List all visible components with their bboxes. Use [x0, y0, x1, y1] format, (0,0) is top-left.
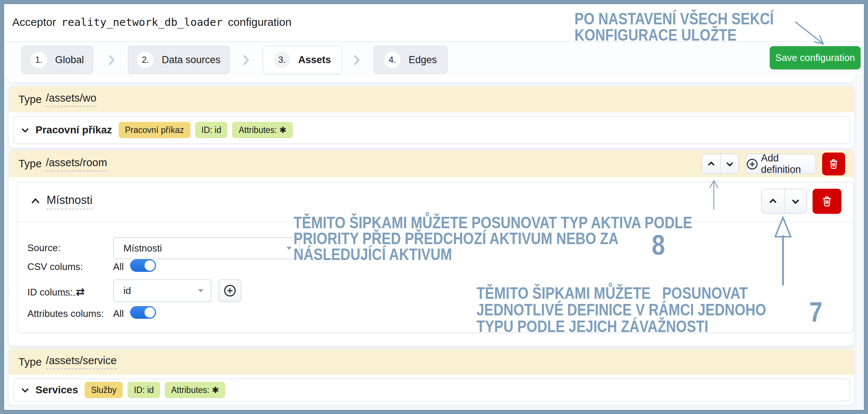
annotation-move-definition-note: TĚMITO ŠIPKAMI MŮŽETE POSUNOVAT JEDNOTLI…	[477, 285, 766, 335]
attributes-badge: Attributes: ✱	[232, 122, 292, 138]
csv-all-label: All	[113, 261, 124, 273]
annotation-number-8: 8	[652, 229, 665, 261]
id-badge: ID: id	[195, 122, 228, 138]
step-number: 4.	[384, 52, 400, 68]
save-configuration-button[interactable]: Save configuration	[770, 46, 861, 69]
chevron-up-icon	[706, 159, 716, 169]
trash-icon	[828, 158, 840, 170]
page-title-prefix: Acceptor	[12, 16, 56, 28]
add-definition-label: Add definition	[761, 153, 816, 175]
page-title: Acceptor reality_network_db_loader confi…	[12, 16, 291, 28]
source-select-value: Místnosti	[123, 243, 162, 254]
section-assets-service: Type /assets/service Services Služby ID:…	[9, 349, 854, 406]
annotation-save-note: PO NASTAVENÍ VŠECH SEKCÍ KONFIGURACE ULO…	[574, 11, 774, 43]
move-definition-down-button[interactable]	[784, 189, 806, 213]
app-content: Acceptor reality_network_db_loader confi…	[4, 4, 864, 410]
tab-assets[interactable]: 3. Assets	[263, 46, 342, 74]
source-select[interactable]: Místnosti	[113, 237, 300, 259]
source-badge: Služby	[85, 382, 123, 398]
app-window: Acceptor reality_network_db_loader confi…	[0, 0, 868, 414]
scrolled-card-edge	[9, 76, 854, 82]
chevron-down-icon	[725, 159, 735, 169]
definition-title: Pracovní příkaz	[35, 124, 112, 136]
tab-label: Edges	[408, 54, 437, 66]
section-band: Type /assets/wo	[9, 86, 854, 112]
chevron-separator-icon	[108, 55, 115, 66]
type-path: /assets/service	[46, 355, 117, 369]
id-select-value: id	[123, 285, 131, 297]
tab-edges[interactable]: 4. Edges	[373, 46, 448, 74]
step-number: 1.	[31, 52, 47, 68]
tab-label: Assets	[298, 54, 331, 66]
csv-columns-label: CSV colums:	[27, 261, 83, 273]
csv-columns-toggle[interactable]	[130, 259, 156, 272]
definition-move-button-group	[761, 189, 807, 214]
caret-down-icon	[286, 247, 292, 250]
type-path: /assets/room	[46, 157, 107, 171]
tab-label: Global	[55, 54, 84, 66]
chevron-down-icon[interactable]	[20, 125, 30, 135]
attributes-badge: Attributes: ✱	[165, 382, 225, 398]
move-type-up-button[interactable]	[702, 154, 720, 174]
type-path: /assets/wo	[46, 92, 96, 107]
chevron-separator-icon	[243, 55, 250, 66]
id-badge: ID: id	[128, 382, 160, 398]
chevron-down-icon[interactable]	[20, 385, 30, 395]
page-title-code: reality_network_db_loader	[61, 16, 223, 28]
section-assets-wo: Type /assets/wo Pracovní příkaz Pracovní…	[9, 86, 854, 148]
add-id-column-button[interactable]	[218, 279, 241, 302]
id-columns-select[interactable]: id	[113, 279, 211, 302]
tab-global[interactable]: 1. Global	[21, 46, 93, 74]
type-word: Type	[18, 158, 42, 170]
attributes-columns-toggle[interactable]	[130, 306, 156, 319]
step-number: 2.	[137, 52, 153, 68]
id-columns-label: ID colums:⇄	[27, 285, 85, 298]
source-label: Source:	[27, 242, 61, 254]
tab-data-sources[interactable]: 2. Data sources	[128, 46, 230, 74]
move-definition-up-button[interactable]	[762, 189, 784, 213]
chevron-up-icon	[30, 197, 41, 206]
type-move-button-group	[701, 154, 739, 174]
add-definition-button[interactable]: Add definition	[745, 154, 816, 174]
delete-type-button[interactable]	[822, 153, 845, 175]
caret-down-icon	[198, 289, 203, 292]
definition-title: Místnosti	[47, 194, 92, 209]
definition-row-services[interactable]: Services Služby ID: id Attributes: ✱	[13, 379, 850, 401]
swap-arrows-icon: ⇄	[76, 285, 85, 298]
source-badge: Pracovní příkaz	[119, 122, 190, 138]
chevron-up-icon	[768, 196, 778, 206]
delete-definition-button[interactable]	[813, 189, 841, 214]
type-word: Type	[18, 93, 42, 106]
chevron-down-icon	[790, 196, 801, 206]
definition-row-pracovni-prikaz[interactable]: Pracovní příkaz Pracovní příkaz ID: id A…	[13, 116, 850, 144]
step-number: 3.	[274, 52, 290, 68]
trash-icon	[821, 195, 833, 208]
definition-title: Services	[35, 384, 78, 396]
toggle-knob	[145, 307, 155, 318]
chevron-separator-icon	[353, 55, 360, 66]
type-word: Type	[18, 356, 42, 368]
move-type-down-button[interactable]	[720, 154, 738, 174]
section-band: Type /assets/service	[9, 349, 854, 375]
toggle-knob	[145, 260, 155, 271]
annotation-move-type-note: TĚMITO ŠIPKAMI MŮŽETE POSUNOVAT TYP AKTI…	[294, 215, 692, 262]
definition-collapse-toggle[interactable]: Místnosti	[30, 194, 92, 209]
attributes-columns-label: Attributes colums:	[27, 308, 104, 319]
plus-circle-icon	[223, 284, 237, 297]
annotation-number-7: 7	[809, 296, 823, 328]
tab-label: Data sources	[162, 54, 220, 66]
attributes-all-label: All	[113, 308, 124, 319]
plus-circle-icon	[746, 157, 758, 171]
page-title-suffix: configuration	[228, 16, 292, 28]
tooltip-dashes	[58, 295, 75, 296]
